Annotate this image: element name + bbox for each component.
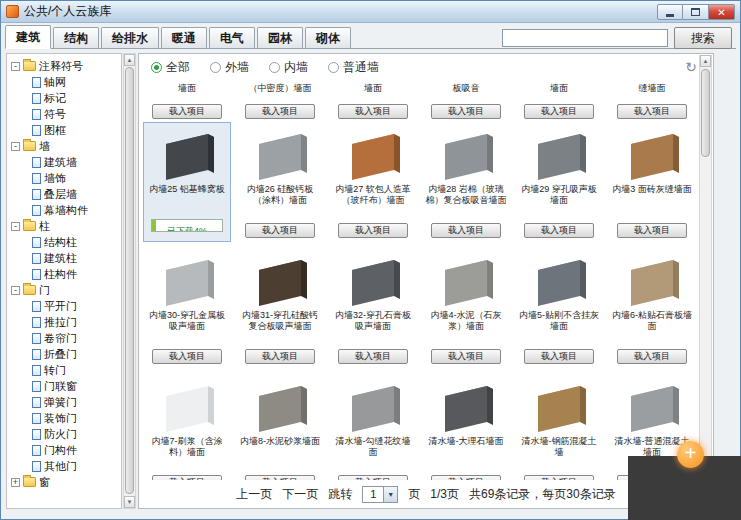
tab-砌体[interactable]: 砌体 bbox=[305, 27, 351, 48]
family-tile-partial[interactable]: 墙面载入项目 bbox=[515, 80, 603, 116]
load-project-button[interactable]: 载入项目 bbox=[617, 223, 687, 238]
family-tile[interactable]: 内墙5-贴刚不含挂灰墙面载入项目 bbox=[515, 248, 603, 368]
family-tile[interactable]: 内墙27 软包人造革（玻纤布）墙面载入项目 bbox=[329, 122, 417, 242]
expand-toggle-icon[interactable]: - bbox=[11, 286, 20, 295]
add-button[interactable]: + bbox=[677, 441, 704, 468]
family-tile-partial[interactable]: 缝墙面载入项目 bbox=[608, 80, 696, 116]
tree-item-结构柱[interactable]: 结构柱 bbox=[11, 234, 121, 250]
load-project-button[interactable]: 载入项目 bbox=[338, 349, 408, 364]
load-project-button[interactable]: 载入项目 bbox=[152, 104, 222, 119]
family-tile[interactable]: 内墙29 穿孔吸声板墙面载入项目 bbox=[515, 122, 603, 242]
family-tile[interactable]: 内墙8-水泥砂浆墙面载入项目 bbox=[236, 374, 324, 480]
title-bar[interactable]: 公共/个人云族库 ✕ bbox=[1, 1, 740, 23]
expand-toggle-icon[interactable]: - bbox=[11, 142, 20, 151]
scroll-up-icon[interactable]: ▲ bbox=[124, 54, 135, 66]
family-tile[interactable]: 内墙7-刷浆（含涂料）墙面载入项目 bbox=[143, 374, 231, 480]
tree-scrollbar[interactable]: ▲ ▼ bbox=[123, 53, 136, 509]
load-project-button[interactable]: 载入项目 bbox=[245, 349, 315, 364]
family-tile[interactable]: 清水墙-大理石墙面载入项目 bbox=[422, 374, 510, 480]
tab-建筑[interactable]: 建筑 bbox=[5, 25, 51, 49]
tree-item-符号[interactable]: 符号 bbox=[11, 106, 121, 122]
expand-toggle-icon[interactable]: - bbox=[11, 62, 20, 71]
load-project-button[interactable]: 载入项目 bbox=[617, 104, 687, 119]
tree-folder-窗[interactable]: +窗 bbox=[11, 474, 121, 490]
family-tile[interactable]: 内墙4-水泥（石灰浆）墙面载入项目 bbox=[422, 248, 510, 368]
family-tile[interactable]: 内墙26 硅酸钙板（涂料）墙面载入项目 bbox=[236, 122, 324, 242]
tree-item-其他门[interactable]: 其他门 bbox=[11, 458, 121, 474]
filter-radio-内墙[interactable]: 内墙 bbox=[269, 59, 308, 76]
tree-item-防火门[interactable]: 防火门 bbox=[11, 426, 121, 442]
scroll-up-icon[interactable]: ▲ bbox=[700, 55, 711, 67]
tree-item-卷帘门[interactable]: 卷帘门 bbox=[11, 330, 121, 346]
load-project-button[interactable]: 载入项目 bbox=[338, 223, 408, 238]
refresh-icon[interactable]: ↻ bbox=[685, 60, 697, 74]
tab-给排水[interactable]: 给排水 bbox=[101, 27, 159, 48]
tree-item-墙饰[interactable]: 墙饰 bbox=[11, 170, 121, 186]
prev-page-button[interactable]: 上一页 bbox=[236, 486, 272, 503]
tree-item-建筑墙[interactable]: 建筑墙 bbox=[11, 154, 121, 170]
tree-folder-门[interactable]: -门 bbox=[11, 282, 121, 298]
load-project-button[interactable]: 载入项目 bbox=[338, 104, 408, 119]
tree-item-叠层墙[interactable]: 叠层墙 bbox=[11, 186, 121, 202]
family-tile[interactable]: 内墙28 岩棉（玻璃棉）复合板吸音墙面载入项目 bbox=[422, 122, 510, 242]
filter-radio-普通墙[interactable]: 普通墙 bbox=[328, 59, 379, 76]
tab-园林[interactable]: 园林 bbox=[257, 27, 303, 48]
tree-item-柱构件[interactable]: 柱构件 bbox=[11, 266, 121, 282]
tree-item-弹簧门[interactable]: 弹簧门 bbox=[11, 394, 121, 410]
family-tile[interactable]: 内墙6-粘贴石膏板墙面载入项目 bbox=[608, 248, 696, 368]
family-tile[interactable]: 内墙25 铝基蜂窝板已下载4% bbox=[143, 122, 231, 242]
load-project-button[interactable]: 载入项目 bbox=[617, 349, 687, 364]
load-project-button[interactable]: 载入项目 bbox=[245, 223, 315, 238]
family-tile[interactable]: 内墙3 面砖灰缝墙面载入项目 bbox=[608, 122, 696, 242]
tree-folder-柱[interactable]: -柱 bbox=[11, 218, 121, 234]
tree-item-装饰门[interactable]: 装饰门 bbox=[11, 410, 121, 426]
family-tile[interactable]: 清水墙-勾缝花纹墙面载入项目 bbox=[329, 374, 417, 480]
tree-item-门联窗[interactable]: 门联窗 bbox=[11, 378, 121, 394]
load-project-button[interactable]: 载入项目 bbox=[431, 223, 501, 238]
filter-radio-全部[interactable]: 全部 bbox=[151, 59, 190, 76]
family-tile[interactable]: 内墙30-穿孔金属板吸声墙面载入项目 bbox=[143, 248, 231, 368]
next-page-button[interactable]: 下一页 bbox=[282, 486, 318, 503]
load-project-button[interactable]: 载入项目 bbox=[245, 104, 315, 119]
tree-item-幕墙构件[interactable]: 幕墙构件 bbox=[11, 202, 121, 218]
load-project-button[interactable]: 载入项目 bbox=[524, 349, 594, 364]
load-project-button[interactable]: 载入项目 bbox=[524, 104, 594, 119]
tree-scrollbar-thumb[interactable] bbox=[125, 67, 134, 494]
scroll-down-icon[interactable]: ▼ bbox=[124, 496, 135, 508]
family-tile[interactable]: 内墙31-穿孔硅酸钙复合板吸声墙面载入项目 bbox=[236, 248, 324, 368]
family-tile[interactable]: 内墙32-穿孔石膏板吸声墙面载入项目 bbox=[329, 248, 417, 368]
tab-结构[interactable]: 结构 bbox=[53, 27, 99, 48]
family-tile-partial[interactable]: （中密度）墙面载入项目 bbox=[236, 80, 324, 116]
load-project-button[interactable]: 载入项目 bbox=[431, 104, 501, 119]
family-tile-partial[interactable]: 墙面载入项目 bbox=[329, 80, 417, 116]
page-select[interactable]: 1 ▼ bbox=[362, 486, 398, 503]
filter-radio-外墙[interactable]: 外墙 bbox=[210, 59, 249, 76]
search-button[interactable]: 搜索 bbox=[674, 27, 732, 49]
grid-scrollbar[interactable]: ▲ ▼ bbox=[699, 55, 712, 481]
tree-item-标记[interactable]: 标记 bbox=[11, 90, 121, 106]
tab-暖通[interactable]: 暖通 bbox=[161, 27, 207, 48]
load-project-button[interactable]: 载入项目 bbox=[524, 223, 594, 238]
minimize-button[interactable] bbox=[657, 4, 683, 20]
tree-item-转门[interactable]: 转门 bbox=[11, 362, 121, 378]
tab-电气[interactable]: 电气 bbox=[209, 27, 255, 48]
tree-item-平开门[interactable]: 平开门 bbox=[11, 298, 121, 314]
family-tile-partial[interactable]: 墙面载入项目 bbox=[143, 80, 231, 116]
tree-item-轴网[interactable]: 轴网 bbox=[11, 74, 121, 90]
maximize-button[interactable] bbox=[683, 4, 709, 20]
load-project-button[interactable]: 载入项目 bbox=[431, 349, 501, 364]
family-tile[interactable]: 清水墙-钢筋混凝土墙载入项目 bbox=[515, 374, 603, 480]
search-input[interactable] bbox=[502, 29, 668, 47]
load-project-button[interactable]: 载入项目 bbox=[152, 349, 222, 364]
grid-scrollbar-thumb[interactable] bbox=[701, 69, 710, 157]
tree-folder-注释符号[interactable]: -注释符号 bbox=[11, 58, 121, 74]
tree-item-建筑柱[interactable]: 建筑柱 bbox=[11, 250, 121, 266]
tree-item-折叠门[interactable]: 折叠门 bbox=[11, 346, 121, 362]
tree-item-图框[interactable]: 图框 bbox=[11, 122, 121, 138]
chevron-down-icon[interactable]: ▼ bbox=[383, 487, 397, 502]
expand-toggle-icon[interactable]: + bbox=[11, 478, 20, 487]
tree-item-门构件[interactable]: 门构件 bbox=[11, 442, 121, 458]
tree-folder-墙[interactable]: -墙 bbox=[11, 138, 121, 154]
close-button[interactable]: ✕ bbox=[709, 4, 735, 20]
family-tile-partial[interactable]: 板吸音载入项目 bbox=[422, 80, 510, 116]
